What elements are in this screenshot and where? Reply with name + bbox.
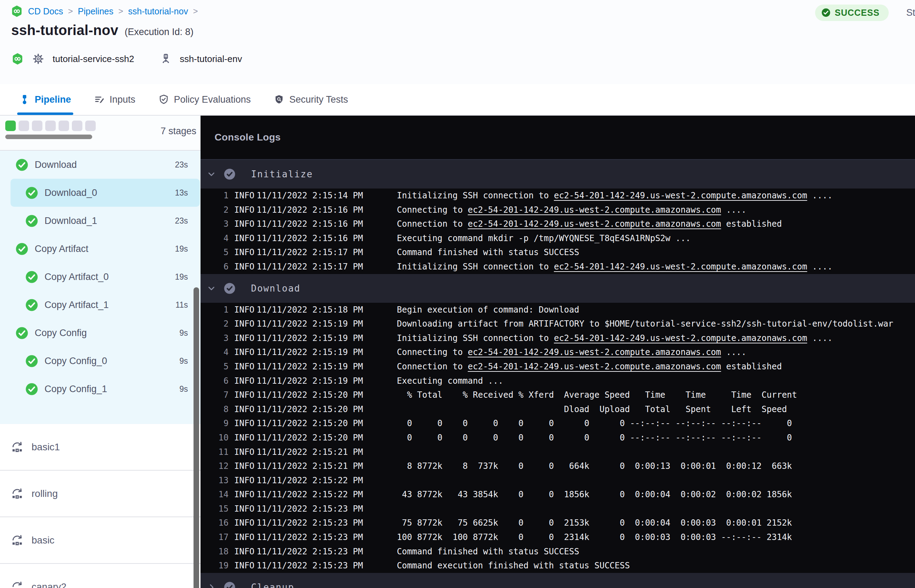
stage-row-download-1[interactable]: Download_123s <box>0 207 200 235</box>
log-line: 6INFO11/11/2022 2:15:17 PMInitializing S… <box>200 260 915 274</box>
chevron-down-icon[interactable] <box>207 170 216 179</box>
pipeline-item-basic[interactable]: basic <box>0 517 200 564</box>
section-title: Cleanup <box>251 582 294 588</box>
stage-list: Download23sDownload_013sDownload_123sCop… <box>0 151 200 424</box>
log-line: 15INFO11/11/2022 2:15:23 PM <box>200 502 915 516</box>
log-line: 9INFO11/11/2022 2:15:20 PM 0 0 0 0 0 0 0… <box>200 416 915 431</box>
log-line-number: 3 <box>200 331 229 346</box>
tab-policy-evaluations[interactable]: Policy Evaluations <box>158 84 251 115</box>
log-host-link[interactable]: ec2-54-201-142-249.us-west-2.compute.ama… <box>468 362 721 372</box>
chevron-down-icon[interactable] <box>207 284 216 293</box>
pipeline-item-basic1[interactable]: basic1 <box>0 424 200 471</box>
log-host-link[interactable]: ec2-54-201-142-249.us-west-2.compute.ama… <box>468 219 721 229</box>
log-message: Connection to ec2-54-201-142-249.us-west… <box>397 360 915 374</box>
stage-row-copy-config-0[interactable]: Copy Config_09s <box>0 347 200 375</box>
log-message: 0 0 0 0 0 0 0 0 --:--:-- --:--:-- --:--:… <box>397 416 915 431</box>
stage-progress-summary: 7 stages <box>0 116 200 151</box>
status-badge: SUCCESS <box>815 5 889 21</box>
log-line: 13INFO11/11/2022 2:15:22 PM <box>200 473 915 488</box>
breadcrumb-link-cd-docs[interactable]: CD Docs <box>28 6 63 16</box>
stage-row-copy-artifact-1[interactable]: Copy Artifact_111s <box>0 291 200 319</box>
tab-security-tests[interactable]: Security Tests <box>274 84 348 115</box>
section-success-icon <box>224 283 236 294</box>
stage-success-icon <box>25 186 38 199</box>
log-level: INFO <box>229 445 257 459</box>
log-level: INFO <box>229 203 257 217</box>
log-message: Command finished with status SUCCESS <box>397 245 915 260</box>
stage-name: Copy Config_0 <box>45 356 173 367</box>
log-level: INFO <box>229 402 257 417</box>
page-header: CD Docs>Pipelines>ssh-tutorial-nov> SUCC… <box>0 0 915 84</box>
log-message <box>397 445 915 459</box>
log-level: INFO <box>229 317 257 331</box>
pipeline-icon <box>19 94 30 105</box>
log-line: 16INFO11/11/2022 2:15:23 PM 75 8772k 75 … <box>200 516 915 530</box>
log-line-number: 6 <box>200 260 229 274</box>
stage-square-4 <box>45 121 56 131</box>
log-line: 17INFO11/11/2022 2:15:23 PM100 8772k 100… <box>200 530 915 544</box>
stage-row-download[interactable]: Download23s <box>0 151 200 179</box>
vertical-scrollbar[interactable] <box>194 288 199 588</box>
console-section-download[interactable]: Download <box>200 274 915 303</box>
log-line: 19INFO11/11/2022 2:15:23 PMCommand execu… <box>200 559 915 573</box>
pipeline-name: basic <box>32 535 54 546</box>
breadcrumb-separator: > <box>118 6 123 16</box>
horizontal-scrollbar[interactable] <box>5 134 92 139</box>
breadcrumb-link-pipelines[interactable]: Pipelines <box>78 6 113 16</box>
log-level: INFO <box>229 502 257 516</box>
pipeline-item-rolling[interactable]: rolling <box>0 471 200 517</box>
log-line-number: 7 <box>200 388 229 402</box>
service-name[interactable]: tutorial-service-ssh2 <box>53 53 134 65</box>
stage-square-6 <box>72 121 82 131</box>
console-section-initialize[interactable]: Initialize <box>200 160 915 189</box>
pipeline-name: basic1 <box>32 441 60 453</box>
stage-row-download-0[interactable]: Download_013s <box>0 179 200 207</box>
log-host-link[interactable]: ec2-54-201-142-249.us-west-2.compute.ama… <box>468 205 721 215</box>
breadcrumb-link-ssh-tutorial-nov[interactable]: ssh-tutorial-nov <box>128 6 188 16</box>
stage-duration: 23s <box>175 160 188 170</box>
stage-duration: 9s <box>179 384 188 394</box>
log-line-number: 1 <box>200 303 229 317</box>
console-title: Console Logs <box>215 132 281 143</box>
log-level: INFO <box>229 360 257 374</box>
log-message <box>397 502 915 516</box>
console-header: Console Logs <box>200 116 915 160</box>
pipeline-item-canary2[interactable]: canary2 <box>0 564 200 588</box>
log-level: INFO <box>229 189 257 203</box>
log-level: INFO <box>229 459 257 473</box>
log-level: INFO <box>229 516 257 530</box>
stage-row-copy-config-1[interactable]: Copy Config_19s <box>0 375 200 403</box>
log-line: 8INFO11/11/2022 2:15:20 PM Dload Upload … <box>200 402 915 417</box>
environment-icon <box>160 53 172 65</box>
stage-row-copy-artifact-0[interactable]: Copy Artifact_019s <box>0 263 200 291</box>
stage-row-copy-artifact[interactable]: Copy Artifact19s <box>0 235 200 263</box>
log-line-number: 4 <box>200 231 229 246</box>
stage-row-copy-config[interactable]: Copy Config9s <box>0 319 200 347</box>
log-line: 2INFO11/11/2022 2:15:16 PMConnecting to … <box>200 203 915 217</box>
log-host-link[interactable]: ec2-54-201-142-249.us-west-2.compute.ama… <box>468 347 721 357</box>
log-line-number: 1 <box>200 189 229 203</box>
tab-pipeline[interactable]: Pipeline <box>19 84 71 115</box>
log-line-number: 6 <box>200 374 229 388</box>
log-line-number: 9 <box>200 416 229 431</box>
log-line-number: 8 <box>200 402 229 417</box>
chevron-right-icon[interactable] <box>207 583 216 588</box>
log-timestamp: 11/11/2022 2:15:21 PM <box>257 445 397 459</box>
log-timestamp: 11/11/2022 2:15:23 PM <box>257 544 397 559</box>
policy-shield-icon <box>158 94 169 105</box>
rollback-icon <box>11 441 24 454</box>
stage-name: Download_1 <box>45 215 169 226</box>
log-level: INFO <box>229 544 257 559</box>
stage-square-5 <box>58 121 69 131</box>
tab-inputs[interactable]: Inputs <box>94 84 136 115</box>
log-host-link[interactable]: ec2-54-201-142-249.us-west-2.compute.ama… <box>554 262 807 271</box>
log-host-link[interactable]: ec2-54-201-142-249.us-west-2.compute.ama… <box>554 333 807 343</box>
console-section-cleanup[interactable]: Cleanup <box>200 573 915 588</box>
log-line: 11INFO11/11/2022 2:15:21 PM <box>200 445 915 459</box>
log-timestamp: 11/11/2022 2:15:16 PM <box>257 231 397 246</box>
log-host-link[interactable]: ec2-54-201-142-249.us-west-2.compute.ama… <box>554 191 807 200</box>
environment-name[interactable]: ssh-tutorial-env <box>180 53 242 65</box>
log-line: 4INFO11/11/2022 2:15:19 PMConnecting to … <box>200 345 915 360</box>
log-level: INFO <box>229 217 257 231</box>
log-timestamp: 11/11/2022 2:15:20 PM <box>257 416 397 431</box>
